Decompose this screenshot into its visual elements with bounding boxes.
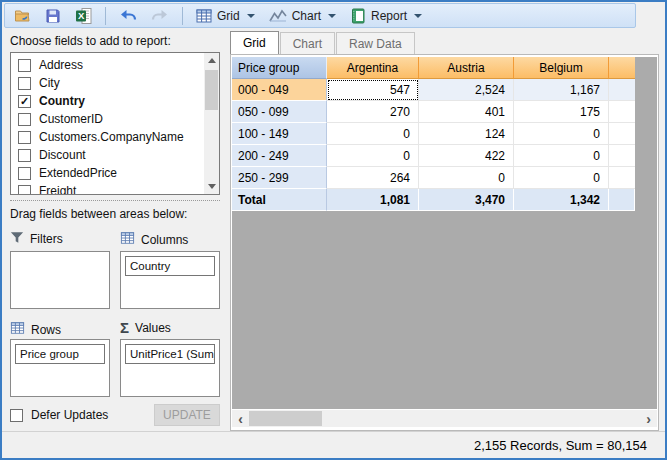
pivot-cell[interactable]: 0 xyxy=(514,167,609,189)
pivot-cell[interactable]: 264 xyxy=(327,167,419,189)
toolbar-separator xyxy=(105,7,106,25)
field-label: Country xyxy=(39,94,85,108)
field-label: Discount xyxy=(39,148,86,162)
tab-chart[interactable]: Chart xyxy=(280,32,335,54)
pivot-cell[interactable]: 0 xyxy=(327,123,419,145)
chevron-down-icon xyxy=(328,14,336,18)
pivot-cell[interactable]: 0 xyxy=(514,145,609,167)
excel-icon: X xyxy=(75,8,92,24)
row-field-chip[interactable]: Price group xyxy=(15,344,105,364)
status-bar: 2,155 Records, Sum = 80,154 xyxy=(2,432,665,458)
redo-button[interactable] xyxy=(146,6,174,26)
row-header[interactable]: 250 - 299 xyxy=(232,167,327,189)
row-header[interactable]: 050 - 099 xyxy=(232,101,327,123)
checkbox-unchecked[interactable] xyxy=(18,185,31,196)
field-label: Customers.CompanyName xyxy=(39,130,184,144)
pivot-cell-focused[interactable]: 547 xyxy=(327,79,419,101)
pivot-cell[interactable]: 422 xyxy=(419,145,514,167)
pivot-cell-stub xyxy=(609,189,635,211)
filters-area-header: Filters xyxy=(10,231,63,247)
pivot-cell[interactable]: 0 xyxy=(327,145,419,167)
report-menu-button[interactable]: Report xyxy=(345,6,427,26)
rows-area-header: Rows xyxy=(10,321,61,338)
field-item-country[interactable]: Country xyxy=(11,92,203,110)
columns-drop-area[interactable]: Country xyxy=(120,251,220,309)
pivot-row-100-149: 100 - 149 0 124 0 xyxy=(232,123,635,145)
scrollbar-thumb[interactable] xyxy=(249,411,322,426)
field-label: Address xyxy=(39,58,83,72)
pivot-cell[interactable]: 0 xyxy=(419,167,514,189)
undo-icon xyxy=(119,8,137,24)
update-button[interactable]: UPDATE xyxy=(154,404,220,426)
field-item-address[interactable]: Address xyxy=(11,56,203,74)
save-button[interactable] xyxy=(40,6,66,26)
column-header-belgium[interactable]: Belgium xyxy=(514,57,609,79)
filters-label: Filters xyxy=(30,232,63,246)
rows-drop-area[interactable]: Price group xyxy=(10,339,110,397)
field-label: Freight xyxy=(39,184,76,195)
pivot-cell[interactable]: 401 xyxy=(419,101,514,123)
pivot-total-cell[interactable]: 3,470 xyxy=(419,189,514,211)
drag-areas-title: Drag fields between areas below: xyxy=(10,207,187,221)
pivot-total-cell[interactable]: 1,081 xyxy=(327,189,419,211)
scroll-right-icon[interactable] xyxy=(640,410,657,427)
values-drop-area[interactable]: UnitPrice1 (Sum) xyxy=(120,339,220,397)
columns-grid-icon xyxy=(120,231,135,248)
checkbox-unchecked[interactable] xyxy=(18,113,31,126)
open-folder-icon xyxy=(14,8,31,24)
chevron-down-icon xyxy=(414,14,422,18)
value-field-chip[interactable]: UnitPrice1 (Sum) xyxy=(125,344,215,364)
defer-updates-checkbox[interactable] xyxy=(10,409,23,422)
tab-raw-data[interactable]: Raw Data xyxy=(336,32,415,54)
pivot-total-cell[interactable]: 1,342 xyxy=(514,189,609,211)
field-label: CustomerID xyxy=(39,112,103,126)
horizontal-scrollbar[interactable] xyxy=(232,410,657,427)
total-row-header[interactable]: Total xyxy=(232,189,327,211)
columns-area-header: Columns xyxy=(120,231,188,248)
pivot-cell[interactable]: 1,167 xyxy=(514,79,609,101)
pivot-cell[interactable]: 124 xyxy=(419,123,514,145)
checkbox-unchecked[interactable] xyxy=(18,59,31,72)
corner-header[interactable]: Price group xyxy=(232,57,327,79)
checkbox-checked[interactable] xyxy=(18,95,31,108)
pivot-cell[interactable]: 0 xyxy=(514,123,609,145)
checkbox-unchecked[interactable] xyxy=(18,131,31,144)
view-tabs: Grid Chart Raw Data xyxy=(230,32,416,54)
checkbox-unchecked[interactable] xyxy=(18,167,31,180)
checkbox-unchecked[interactable] xyxy=(18,149,31,162)
open-file-button[interactable] xyxy=(9,6,36,26)
field-item-discount[interactable]: Discount xyxy=(11,146,203,164)
filter-funnel-icon xyxy=(10,231,24,247)
row-header[interactable]: 200 - 249 xyxy=(232,145,327,167)
field-item-customerid[interactable]: CustomerID xyxy=(11,110,203,128)
field-item-city[interactable]: City xyxy=(11,74,203,92)
export-excel-button[interactable]: X xyxy=(70,6,97,26)
field-chooser-title: Choose fields to add to report: xyxy=(10,34,171,48)
pivot-cell-stub xyxy=(609,123,635,145)
pivot-cell[interactable]: 175 xyxy=(514,101,609,123)
pivot-cell[interactable]: 2,524 xyxy=(419,79,514,101)
chart-menu-button[interactable]: Chart xyxy=(264,6,341,26)
field-item-freight[interactable]: Freight xyxy=(11,182,203,195)
column-header-austria[interactable]: Austria xyxy=(419,57,514,79)
row-header[interactable]: 000 - 049 xyxy=(232,79,327,101)
row-header[interactable]: 100 - 149 xyxy=(232,123,327,145)
pivot-table: Price group Argentina Austria Belgium 00… xyxy=(232,57,635,211)
checkbox-unchecked[interactable] xyxy=(18,77,31,90)
field-item-extendedprice[interactable]: ExtendedPrice xyxy=(11,164,203,182)
field-list-scrollbar[interactable] xyxy=(204,53,219,194)
scroll-left-icon[interactable] xyxy=(232,410,249,427)
field-chooser-panel: Choose fields to add to report: Address … xyxy=(10,32,220,432)
scrollbar-thumb[interactable] xyxy=(205,70,218,110)
column-header-argentina[interactable]: Argentina xyxy=(327,57,419,79)
pivot-total-row: Total 1,081 3,470 1,342 xyxy=(232,189,635,211)
filters-drop-area[interactable] xyxy=(10,251,110,309)
field-item-companyname[interactable]: Customers.CompanyName xyxy=(11,128,203,146)
grid-menu-button[interactable]: Grid xyxy=(191,6,260,26)
undo-button[interactable] xyxy=(114,6,142,26)
scroll-down-icon[interactable] xyxy=(204,179,219,194)
tab-grid[interactable]: Grid xyxy=(230,31,279,54)
scroll-up-icon[interactable] xyxy=(204,53,219,68)
column-field-chip[interactable]: Country xyxy=(125,256,215,276)
pivot-cell[interactable]: 270 xyxy=(327,101,419,123)
